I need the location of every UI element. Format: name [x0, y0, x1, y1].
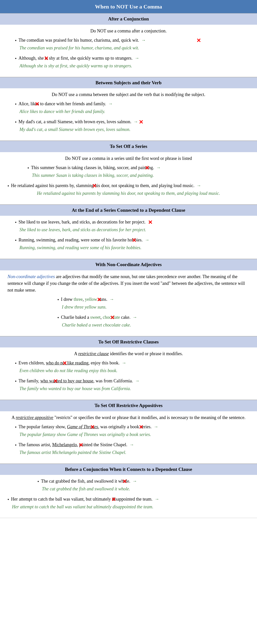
section-restrictive-clauses: To Set Off Restrictive Clauses A restric…: [0, 336, 257, 400]
clause-underline: who do not like reading: [46, 360, 88, 366]
section-restrictive-appositives: To Set Off Restrictive Appositives A res…: [0, 400, 257, 464]
section-body-end-of-series: • ✕ She liked to use leaves, bark, and s…: [0, 216, 257, 259]
example-item: • ✕ Charlie baked a sweet, chocolate cak…: [58, 314, 250, 328]
wrong-sentence: The popular fantasy show, Game of Throne…: [18, 424, 158, 429]
x-mark-icon: ✕: [111, 495, 116, 504]
correct-sentence: Although she is shy at first, she quickl…: [20, 62, 250, 69]
bullet-line: • ✕ The famous artist, Michelangelo, pai…: [15, 442, 250, 449]
section-body-between-subjects: Do NOT use a comma between the subject a…: [0, 88, 257, 140]
arrow-icon: →: [135, 378, 140, 383]
example-item: • ✕ The famous artist, Michelangelo, pai…: [15, 442, 250, 456]
adjective-highlight: three: [74, 297, 82, 302]
x-mark-icon: ✕: [44, 54, 48, 62]
section-set-off-series: To Set Off a Series Do NOT use a comma i…: [0, 141, 257, 204]
intro-restrictive-appositives: A restrictive appositive "restricts" or …: [8, 414, 250, 421]
example-item: • ✕ Even children, who do not like readi…: [15, 360, 250, 374]
correct-sentence: The cat grabbed the fish and swallowed i…: [42, 486, 250, 492]
correct-sentence: I drew three yellow suns.: [62, 304, 250, 310]
section-body-after-conjunction: Do NOT use a comma after a conjunction. …: [0, 25, 257, 77]
bullet-icon: •: [15, 237, 16, 244]
bullet-line: • ✕ The family, who wanted to buy our ho…: [15, 378, 250, 385]
bullet-icon: •: [15, 55, 16, 62]
bullet-icon: •: [15, 378, 16, 385]
example-item: • ✕ He retaliated against his parents by…: [8, 182, 250, 197]
arrow-icon: →: [154, 424, 158, 429]
bullet-line: • ✕ I drew three, yellow suns. →: [58, 296, 250, 303]
arrow-icon: →: [196, 183, 201, 188]
bullet-line: • ✕ Alice, likes to dance with her frien…: [15, 100, 250, 108]
bullet-icon: •: [15, 119, 16, 126]
correct-sentence: My dad's cat, a small Siamese with brown…: [20, 126, 250, 133]
arrow-icon: →: [135, 56, 139, 60]
clause-underline: who wanted to buy our house: [40, 378, 93, 383]
arrow-icon: →: [156, 165, 161, 170]
wrong-sentence: The family, who wanted to buy our house,…: [18, 378, 140, 383]
correct-sentence: The famous artist Michelangelo painted t…: [20, 449, 250, 456]
bullet-icon: •: [8, 183, 9, 190]
section-body-restrictive-clauses: A restrictive clause identifies the word…: [0, 348, 257, 400]
x-mark-icon: ✕: [196, 36, 201, 45]
example-item: • ✕ The cat grabbed the fish, and swallo…: [38, 478, 250, 492]
bullet-icon: •: [58, 314, 59, 321]
bullet-line: • ✕ The comedian was praised for his hum…: [15, 37, 250, 44]
bullet-line: • ✕ She liked to use leaves, bark, and s…: [15, 219, 250, 226]
bullet-line: • ✕ Charlie baked a sweet, chocolate cak…: [58, 314, 250, 321]
example-item: • ✕ My dad's cat, a small Siamese, with …: [15, 118, 250, 133]
bullet-line: • ✕ Although, she is shy at first, she q…: [15, 55, 250, 62]
correct-sentence: She liked to use leaves, bark, and stick…: [20, 226, 250, 233]
intro-set-off-series: Do NOT use a comma in a series until the…: [8, 155, 250, 162]
example-item: • ✕ The family, who wanted to buy our ho…: [15, 378, 250, 392]
x-mark-icon: ✕: [92, 182, 96, 190]
wrong-sentence: Although, she is shy at first, she quick…: [18, 56, 139, 60]
section-title-restrictive-clauses: To Set Off Restrictive Clauses: [0, 336, 257, 348]
intro-between-subjects: Do NOT use a comma between the subject a…: [8, 91, 250, 98]
intro-restrictive-clauses: A restrictive clause identifies the word…: [8, 350, 250, 357]
bullet-line: • ✕ My dad's cat, a small Siamese, with …: [15, 118, 250, 126]
wrong-sentence: She liked to use leaves, bark, and stick…: [18, 220, 152, 224]
adjective-highlight: sweet: [90, 315, 100, 320]
bullet-line: • ✕ He retaliated against his parents by…: [8, 182, 250, 190]
wrong-sentence: Alice, likes to dance with her friends a…: [18, 101, 112, 106]
example-item: • ✕ ✕ The popular fantasy show, Game of …: [15, 424, 250, 438]
x-mark-icon: ✕: [122, 478, 127, 486]
arrow-icon: →: [130, 442, 134, 447]
x-mark-icon: ✕: [97, 296, 101, 304]
bullet-icon: •: [38, 478, 39, 485]
adjective-highlight: yellow: [85, 297, 97, 302]
wrong-sentence: Running, swimming, and reading, were som…: [18, 238, 149, 242]
section-title-set-off-series: To Set Off a Series: [0, 141, 257, 152]
wrong-sentence: This summer Susan is taking classes in, …: [31, 165, 161, 170]
intro-non-coordinate: Non-coordinate adjectives are adjectives…: [8, 273, 250, 294]
arrow-icon: →: [155, 496, 159, 502]
example-item: • ✕ I drew three, yellow suns. → I drew …: [58, 296, 250, 310]
example-item: • ✕ This summer Susan is taking classes …: [28, 164, 250, 179]
bullet-icon: •: [15, 38, 16, 44]
bullet-line: • ✕ Her attempt to catch the ball was va…: [8, 496, 250, 503]
arrow-icon: →: [132, 479, 137, 484]
section-between-subjects: Between Subjects and their Verb Do NOT u…: [0, 77, 257, 141]
section-body-set-off-series: Do NOT use a comma in a series until the…: [0, 152, 257, 204]
bullet-icon: •: [15, 424, 16, 431]
bullet-line: • ✕ Even children, who do not like readi…: [15, 360, 250, 367]
section-before-conjunction-dependent: Before a Conjunction When it Connects to…: [0, 464, 257, 518]
arrow-icon: →: [134, 119, 138, 124]
bullet-icon: •: [15, 360, 16, 367]
wrong-sentence: I drew three, yellow suns. →: [61, 297, 114, 302]
wrong-sentence: He retaliated against his parents by, sl…: [11, 183, 201, 188]
x-mark-icon: ✕: [139, 118, 143, 126]
x-mark-icon: ✕: [148, 218, 152, 226]
wrong-sentence: The famous artist, Michelangelo, painted…: [18, 442, 134, 447]
correct-sentence: He retaliated against his parents by sla…: [8, 190, 250, 197]
x-mark-icon: ✕: [53, 377, 58, 385]
wrong-sentence: Charlie baked a sweet, chocolate cake. →: [61, 315, 137, 320]
correct-sentence: Alice likes to dance with her friends an…: [20, 108, 250, 115]
wrong-sentence: The comedian was praised for his humor, …: [18, 38, 146, 43]
section-end-of-series: At the End of a Series Connected to a De…: [0, 204, 257, 259]
correct-sentence: Running, swimming, and reading were some…: [20, 244, 250, 251]
x-mark-icon: ✕: [62, 359, 67, 368]
x-mark-icon: ✕: [78, 441, 83, 449]
section-body-before-conjunction-dependent: • ✕ The cat grabbed the fish, and swallo…: [0, 475, 257, 518]
correct-sentence: Her attempt to catch the ball was valian…: [12, 504, 250, 510]
wrong-sentence: Her attempt to catch the ball was valian…: [11, 496, 159, 502]
arrow-icon: →: [110, 297, 114, 302]
